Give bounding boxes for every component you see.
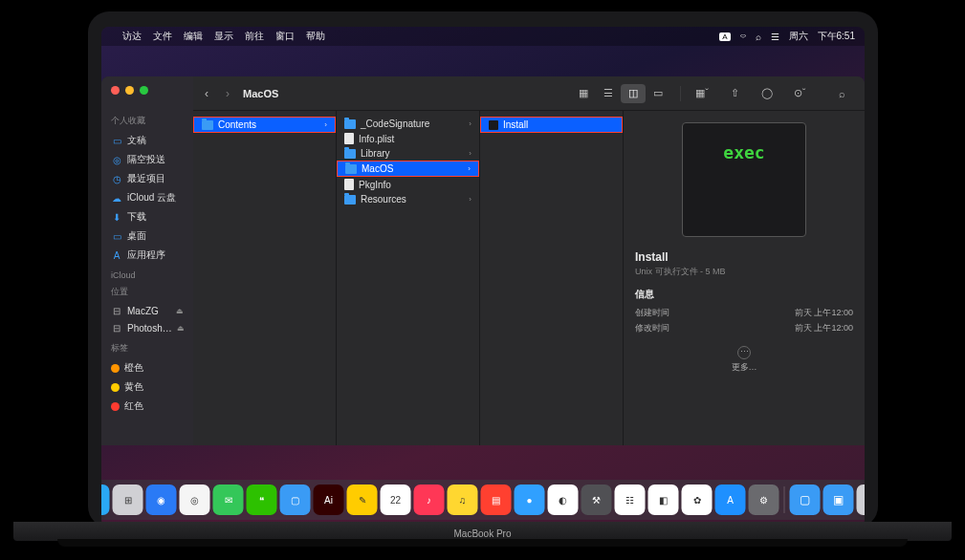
sidebar-item-icloud[interactable]: ☁iCloud 云盘 [107, 188, 187, 207]
dock-item-utility[interactable]: ⚒ [581, 485, 612, 515]
file-item-codesignature[interactable]: _CodeSignature› [337, 117, 479, 131]
exec-label: exec [723, 142, 764, 162]
sidebar-item-airdrop[interactable]: ◎隔空投送 [107, 150, 187, 169]
dock-item-app1[interactable]: ● [515, 485, 545, 515]
cloud-icon: ☁ [111, 192, 122, 204]
app-menu[interactable]: 访达 [122, 30, 142, 43]
view-icon-button[interactable]: ▦ [571, 84, 596, 103]
dock-item-settings[interactable]: ⚙ [749, 485, 779, 515]
info-label: 创建时间 [635, 307, 669, 319]
more-actions-button[interactable]: ⊙ˇ [788, 84, 811, 103]
dock-item-notes[interactable]: ✎ [347, 485, 378, 515]
more-icon: ⋯ [737, 346, 751, 359]
input-indicator[interactable]: A [719, 32, 730, 41]
file-item-macos[interactable]: MacOS› [337, 161, 479, 177]
dock-item-pdf[interactable]: ▤ [481, 485, 512, 515]
tag-button[interactable]: ◯ [756, 84, 779, 103]
file-item-label: Install [503, 119, 528, 130]
dock-item-appstore[interactable]: A [715, 485, 746, 515]
group-button[interactable]: ▦ˇ [691, 84, 713, 103]
menu-view[interactable]: 显示 [214, 30, 233, 43]
column-1[interactable]: Contents › [193, 111, 337, 445]
wifi-icon[interactable]: ⌔ [740, 32, 746, 42]
file-item-pkginfo[interactable]: PkgInfo [337, 177, 479, 192]
folder-icon [345, 164, 357, 174]
search-button[interactable]: ⌕ [830, 84, 853, 103]
file-item-resources[interactable]: Resources› [337, 192, 479, 206]
dock-item-chrome[interactable]: ◎ [180, 485, 210, 515]
dock-item-messages[interactable]: ✉ [213, 485, 244, 515]
control-center-icon[interactable]: ☰ [771, 32, 779, 42]
sidebar-item-disk-maczg[interactable]: ⊟MacZG⏏ [107, 302, 187, 319]
dock-item-illustrator[interactable]: Ai [314, 485, 344, 515]
file-item-contents[interactable]: Contents › [193, 117, 336, 133]
menu-file[interactable]: 文件 [153, 30, 172, 43]
menu-window[interactable]: 窗口 [275, 30, 295, 43]
clock-day[interactable]: 周六 [789, 30, 808, 43]
menu-go[interactable]: 前往 [245, 30, 264, 43]
dock-item-folder2[interactable]: ▢ [790, 485, 821, 515]
close-button[interactable] [111, 86, 120, 95]
sidebar-item-desktop[interactable]: ▭桌面 [107, 226, 187, 246]
dock-item-open-finder[interactable]: ▣ [823, 485, 854, 515]
sidebar-item-documents[interactable]: ▭文稿 [107, 131, 187, 150]
dock-item-app2[interactable]: ◐ [548, 485, 579, 515]
file-item-library[interactable]: Library› [337, 146, 479, 161]
clock-time[interactable]: 下午6:51 [818, 30, 855, 43]
dock-item-safari[interactable]: ◉ [146, 485, 177, 515]
preview-thumbnail: exec [682, 122, 806, 237]
dock-item-finder[interactable]: ☻ [101, 485, 110, 515]
dock: ☻⊞◉◎✉❝▢Ai✎22♪♫▤●◐⚒☷◧✿A⚙▢▣🗑 [101, 480, 865, 520]
menu-edit[interactable]: 编辑 [184, 30, 203, 43]
chevron-right-icon: › [469, 195, 472, 204]
preview-filename: Install [635, 250, 853, 264]
sidebar-item-downloads[interactable]: ⬇下载 [107, 207, 187, 226]
dock-item-folder1[interactable]: ▢ [280, 485, 311, 515]
dock-item-trash[interactable]: 🗑 [857, 485, 866, 515]
more-button[interactable]: ⋯ 更多… [635, 346, 853, 374]
sidebar-item-recents[interactable]: ◷最近项目 [107, 169, 187, 188]
sidebar-tag-red[interactable]: 红色 [107, 397, 187, 416]
chevron-right-icon: › [469, 149, 472, 158]
dock-item-stats[interactable]: ☷ [615, 485, 646, 515]
file-item-label: Resources [361, 194, 406, 205]
sidebar-tag-yellow[interactable]: 黄色 [107, 377, 187, 397]
file-item-label: _CodeSignature [361, 118, 429, 129]
sidebar-tag-orange[interactable]: 橙色 [107, 358, 187, 377]
fullscreen-button[interactable] [140, 86, 148, 95]
file-item-label: MacOS [362, 163, 393, 174]
dock-item-calendar[interactable]: 22 [381, 485, 411, 515]
sidebar-tags-label: 标签 [111, 342, 184, 355]
back-button[interactable]: ‹ [205, 87, 208, 100]
column-3[interactable]: Install [480, 111, 624, 445]
view-list-button[interactable]: ☰ [596, 84, 621, 103]
dock-item-wechat[interactable]: ❝ [247, 485, 277, 515]
dock-item-photos[interactable]: ✿ [682, 485, 713, 515]
sidebar-item-disk-photoshop[interactable]: ⊟Photosh…⏏ [107, 319, 187, 336]
sidebar-item-label: 文稿 [127, 134, 146, 147]
sidebar-favorites-label: 个人收藏 [111, 115, 184, 127]
file-item-install[interactable]: Install [480, 117, 623, 133]
minimize-button[interactable] [125, 86, 134, 95]
forward-button[interactable]: › [226, 87, 230, 100]
tag-dot-icon [111, 383, 120, 392]
view-gallery-button[interactable]: ▭ [646, 84, 670, 103]
file-item-infoplist[interactable]: Info.plist [337, 131, 479, 146]
spotlight-icon[interactable]: ⌕ [756, 32, 761, 42]
eject-icon[interactable]: ⏏ [176, 307, 184, 315]
disk-icon: ⊟ [111, 322, 122, 334]
file-item-label: PkgInfo [359, 180, 391, 190]
dock-item-music[interactable]: ♪ [414, 485, 445, 515]
sidebar-item-applications[interactable]: A应用程序 [107, 246, 187, 265]
eject-icon[interactable]: ⏏ [177, 324, 185, 333]
dock-item-qqmusic[interactable]: ♫ [448, 485, 478, 515]
sidebar-item-label: 最近项目 [127, 172, 165, 185]
column-2[interactable]: _CodeSignature› Info.plist Library› MacO… [337, 111, 480, 445]
dock-item-app3[interactable]: ◧ [648, 485, 679, 515]
dock-item-launchpad[interactable]: ⊞ [113, 485, 143, 515]
share-button[interactable]: ⇧ [723, 84, 746, 103]
menu-help[interactable]: 帮助 [306, 30, 325, 43]
view-column-button[interactable]: ◫ [621, 84, 646, 103]
sidebar-locations-label: 位置 [111, 286, 184, 298]
more-label: 更多… [732, 362, 757, 372]
